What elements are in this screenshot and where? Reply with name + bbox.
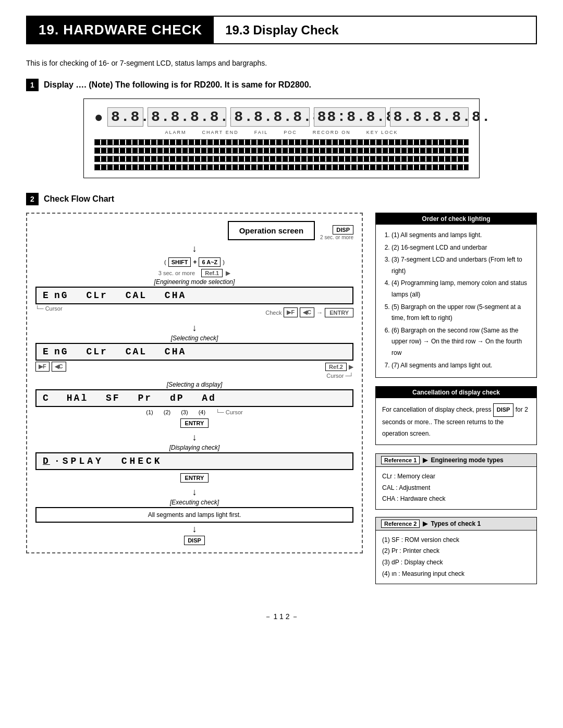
lcd-sel-cal: CAL bbox=[126, 347, 147, 357]
ref2-box-title: Reference 2 ▶ Types of check 1 bbox=[376, 517, 536, 530]
operation-screen-row: Operation screen DISP 2 sec. or more bbox=[35, 221, 353, 240]
order-item-1: (1) All segments and lamps light. bbox=[391, 230, 530, 241]
entry-btn-1[interactable]: ENTRY bbox=[325, 308, 353, 317]
ref1-content: CLr : Memory clear CAL : Adjustment CHA … bbox=[376, 467, 536, 509]
plus-sign: + bbox=[193, 258, 197, 266]
section1-num: 1 bbox=[26, 79, 39, 91]
right-column: Order of check lighting (1) All segments… bbox=[375, 213, 537, 591]
section1-label: Display …. (Note) The following is for R… bbox=[44, 80, 311, 90]
lamp-chart-end: CHART END bbox=[202, 130, 238, 135]
ref2-badge-row: Ref.2 ▶ bbox=[325, 362, 353, 372]
ref2-content: (1) SF : ROM version check (2) Pr : Prin… bbox=[376, 530, 536, 584]
lamp-record-on: RECORD ON bbox=[313, 130, 351, 135]
lcd-dp-ad: Ad bbox=[202, 393, 216, 403]
cancellation-box-title: Cancellation of display check bbox=[376, 387, 536, 398]
lcd-dp-hal: HAl bbox=[67, 393, 88, 403]
arrow-down-5: ↓ bbox=[192, 524, 197, 535]
ref1-title: Engineering mode types bbox=[431, 456, 503, 464]
page-number: － 1 1 2 － bbox=[264, 612, 299, 621]
order-item-7: (7) All segments and lamps light out. bbox=[391, 360, 530, 372]
header-section-num: 19. HARDWARE CHECK bbox=[27, 17, 214, 43]
order-box-content: (1) All segments and lamps light. (2) 16… bbox=[376, 225, 536, 377]
lcd-seg-2: 8.8.8.8.8. bbox=[148, 107, 226, 127]
entry-btn-3[interactable]: ENTRY bbox=[180, 473, 209, 483]
lcd-dc-d: D bbox=[42, 456, 51, 466]
status-lamps-row: ALARM CHART END FAIL POC RECORD ON KEY L… bbox=[94, 130, 469, 135]
lcd-ng-chars: nG bbox=[54, 290, 69, 301]
ref2-item-2: (2) Pr : Printer check bbox=[382, 546, 530, 557]
f-key[interactable]: ▶F bbox=[284, 307, 298, 317]
lcd-seg-5: 8.8.8.8.8. bbox=[390, 107, 469, 127]
lcd-dc-isplay: ·SPLAY bbox=[54, 456, 104, 466]
lcd-sel-clr: CLr bbox=[86, 347, 107, 357]
lcd-cha-chars: CHA bbox=[165, 290, 186, 301]
cursor2-ref2-row: ▶F ◀C Ref.2 ▶ bbox=[35, 362, 353, 372]
lcd-dp-sf: SF bbox=[106, 393, 120, 403]
disp-button-top[interactable]: DISP bbox=[333, 225, 353, 235]
order-item-3: (3) 7-segment LCD and underbars (From le… bbox=[391, 254, 530, 277]
label-1: (1) bbox=[146, 409, 153, 415]
cursor3-label: └─ Cursor bbox=[216, 409, 243, 415]
disp-button-bottom-row: DISP bbox=[184, 536, 205, 545]
page-header: 19. HARDWARE CHECK 19.3 Display Check bbox=[26, 16, 537, 44]
engineering-mode-label: [Engineering mode selection] bbox=[154, 278, 235, 286]
ref2-num: Reference 2 bbox=[381, 520, 420, 528]
cancellation-box-content: For cancellation of display check, press… bbox=[376, 398, 536, 445]
entry-btn-2[interactable]: ENTRY bbox=[180, 418, 209, 428]
page-footer: － 1 1 2 － bbox=[26, 612, 537, 622]
disp-cancel[interactable]: DISP bbox=[493, 403, 514, 417]
lcd-disp-check-block: D ·SPLAY CHECK bbox=[35, 452, 353, 470]
flow-chart: Operation screen DISP 2 sec. or more ↓ (… bbox=[26, 213, 363, 553]
section2-title: 2 Check Flow Chart bbox=[26, 193, 537, 205]
lcd-display-select-block: C HAl SF Pr dP Ad bbox=[35, 389, 353, 407]
shift-key[interactable]: SHIFT bbox=[168, 257, 191, 267]
lcd-dc-check: CHECK bbox=[121, 456, 163, 466]
entry-row-2: ENTRY bbox=[180, 418, 209, 428]
main-content: Operation screen DISP 2 sec. or more ↓ (… bbox=[26, 213, 537, 591]
az-key[interactable]: 6 A~Z bbox=[199, 257, 221, 267]
selecting-check-label: [Selecting check] bbox=[171, 335, 218, 342]
lamp-alarm: ALARM bbox=[165, 130, 186, 135]
ref1-item-3: CHA : Hardware check bbox=[382, 493, 530, 505]
numbers-row: (1) (2) (3) (4) └─ Cursor bbox=[146, 409, 242, 415]
flow-column: Operation screen DISP 2 sec. or more ↓ (… bbox=[26, 213, 363, 553]
f-key-2[interactable]: ▶F bbox=[35, 362, 50, 372]
order-item-2: (2) 16-segment LCD and underbar bbox=[391, 242, 530, 254]
label-4: (4) bbox=[199, 409, 205, 415]
ref1-box-title: Reference 1 ▶ Engineering mode types bbox=[376, 454, 536, 467]
section1-title: 1 Display …. (Note) The following is for… bbox=[26, 79, 537, 91]
lcd-dp-pr: Pr bbox=[138, 393, 152, 403]
order-box-title: Order of check lighting bbox=[376, 213, 536, 225]
key-combo-row: ( SHIFT + 6 A~Z ) bbox=[164, 257, 225, 267]
intro-text: This is for checking of 16- or 7-segment… bbox=[26, 59, 537, 67]
lcd-sel-e: E bbox=[42, 347, 51, 357]
section2-label: Check Flow Chart bbox=[44, 194, 114, 204]
ref1-badge: Ref.1 bbox=[201, 269, 223, 277]
ref1-num: Reference 1 bbox=[381, 456, 420, 464]
entry-row-3: ENTRY bbox=[180, 473, 209, 483]
lcd-seg-1: 8.8. bbox=[107, 107, 143, 127]
cancellation-box: Cancellation of display check For cancel… bbox=[375, 386, 537, 445]
arrow-down-1: ↓ bbox=[192, 243, 197, 254]
cursor-label-1: └─ Cursor bbox=[35, 305, 63, 319]
lcd-engineering-block: E nG CLr CAL CHA bbox=[35, 287, 353, 304]
three-sec-label: 3 sec. or more Ref.1 ▶ bbox=[158, 269, 231, 277]
lcd-dp-c: C bbox=[42, 393, 51, 403]
cursor2-label: Cursor ─┘ bbox=[35, 373, 353, 379]
ref2-item-1: (1) SF : ROM version check bbox=[382, 535, 530, 546]
lcd-dot: ● bbox=[94, 109, 103, 126]
displaying-check-label: [Displaying check] bbox=[169, 444, 220, 451]
ref2-item-4: (4) ın : Measuring input check bbox=[382, 569, 530, 580]
arrow-down-2: ↓ bbox=[192, 323, 197, 334]
ref1-item-1: CLr : Memory clear bbox=[382, 471, 530, 483]
operation-screen-box: Operation screen bbox=[228, 221, 315, 240]
lamp-poc: POC bbox=[284, 130, 297, 135]
lcd-seg-4: 88:8.8.8. bbox=[314, 107, 386, 127]
c-key[interactable]: ◀C bbox=[300, 307, 314, 317]
executing-check-label: [Executing check] bbox=[170, 499, 219, 506]
all-segments-box: All segments and lamps light first. bbox=[35, 507, 353, 523]
lcd-dp-dp: dP bbox=[170, 393, 185, 403]
arrow-down-4: ↓ bbox=[192, 487, 197, 498]
disp-button-bottom[interactable]: DISP bbox=[184, 536, 205, 545]
c-key-2[interactable]: ◀C bbox=[52, 362, 66, 372]
